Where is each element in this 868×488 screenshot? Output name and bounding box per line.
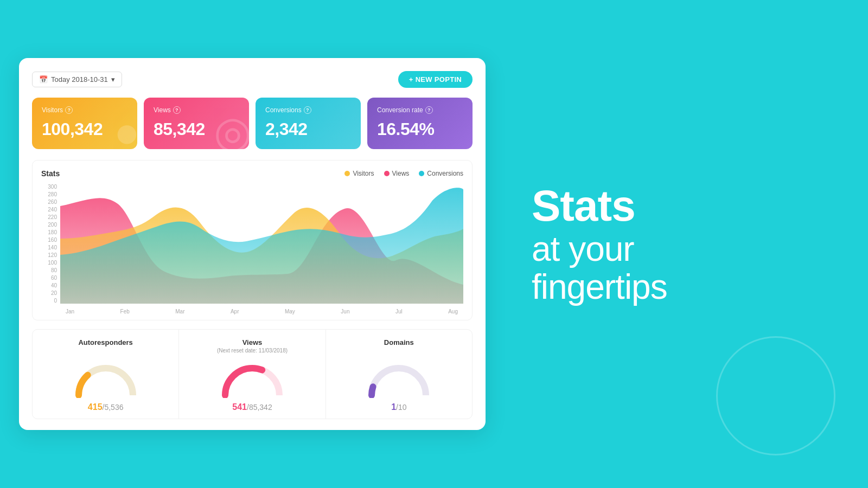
views-card: Views ? 85,342 <box>144 98 249 149</box>
views-label: Views ? <box>154 106 239 114</box>
visitors-value: 100,342 <box>42 119 127 139</box>
views-info-icon[interactable]: ? <box>173 106 181 114</box>
legend-visitors: Visitors <box>344 170 374 177</box>
chart-container: Stats Visitors Views Conversions <box>32 160 473 320</box>
stat-cards-row: Visitors ? 100,342 Views ? 85,342 Conver… <box>32 98 473 149</box>
autoresponders-title: Autoresponders <box>39 338 172 346</box>
autoresponders-value: 415/5,536 <box>39 402 172 412</box>
legend-views: Views <box>384 170 410 177</box>
views-gauge: Views (Next reset date: 11/03/2018) 541/… <box>179 330 326 419</box>
chart-svg <box>60 184 463 304</box>
conv-rate-label: Conversion rate ? <box>377 106 463 114</box>
views-value: 85,342 <box>154 119 239 139</box>
legend-dot-visitors <box>344 171 350 176</box>
domains-gauge-wrapper <box>333 360 465 398</box>
views-gauge-wrapper <box>186 360 318 398</box>
y-axis: 300 280 260 240 220 200 180 160 140 120 … <box>41 184 60 304</box>
conv-rate-value: 16.54% <box>377 119 463 139</box>
gauges-row: Autoresponders 415/5,536 Views (Next res… <box>32 329 473 419</box>
date-picker-button[interactable]: 📅 Today 2018-10-31 ▾ <box>32 72 122 87</box>
domains-value: 1/10 <box>333 402 465 412</box>
conversions-value: 2,342 <box>265 119 351 139</box>
chart-title: Stats <box>41 169 60 178</box>
autoresponders-subtitle <box>39 348 172 354</box>
calendar-icon: 📅 <box>39 75 48 84</box>
legend-dot-views <box>384 171 390 176</box>
hero-line2: at your <box>532 230 841 268</box>
header-row: 📅 Today 2018-10-31 ▾ + NEW POPTIN <box>32 71 473 88</box>
domains-current: 1 <box>391 402 396 412</box>
legend-label-conversions: Conversions <box>427 170 463 177</box>
conversions-area <box>60 188 463 304</box>
chart-legend: Visitors Views Conversions <box>344 170 463 177</box>
conversions-card: Conversions ? 2,342 <box>256 98 361 149</box>
conv-rate-card: Conversion rate ? 16.54% <box>367 98 473 149</box>
conversions-info-icon[interactable]: ? <box>304 106 311 114</box>
visitors-label: Visitors ? <box>42 106 127 114</box>
legend-label-visitors: Visitors <box>353 170 374 177</box>
chevron-down-icon: ▾ <box>111 75 115 84</box>
autoresponders-gauge-wrapper <box>39 360 172 398</box>
x-axis: Jan Feb Mar Apr May Jun Jul Aug <box>60 309 463 314</box>
right-panel: Stats at your fingertips <box>505 160 868 328</box>
legend-dot-conversions <box>419 171 424 176</box>
views-gauge-subtitle: (Next reset date: 11/03/2018) <box>186 348 318 354</box>
decorative-circle <box>716 336 835 455</box>
hero-line3: fingertips <box>532 268 841 306</box>
domains-subtitle <box>333 348 465 354</box>
visitors-info-icon[interactable]: ? <box>65 106 73 114</box>
new-poptin-button[interactable]: + NEW POPTIN <box>398 71 473 88</box>
dashboard-card: 📅 Today 2018-10-31 ▾ + NEW POPTIN Visito… <box>19 58 486 430</box>
conv-rate-info-icon[interactable]: ? <box>425 106 433 114</box>
hero-text: Stats at your fingertips <box>532 182 841 306</box>
hero-line1: Stats <box>532 182 841 230</box>
legend-conversions: Conversions <box>419 170 463 177</box>
autoresponders-gauge: Autoresponders 415/5,536 <box>33 330 179 419</box>
visitors-card: Visitors ? 100,342 <box>32 98 137 149</box>
chart-area: 300 280 260 240 220 200 180 160 140 120 … <box>41 184 463 314</box>
views-gauge-value: 541/85,342 <box>186 402 318 412</box>
views-gauge-title: Views <box>186 338 318 346</box>
date-label: Today 2018-10-31 <box>51 75 108 84</box>
legend-label-views: Views <box>392 170 410 177</box>
autoresponders-current: 415 <box>88 402 103 412</box>
domains-gauge: Domains 1/10 <box>326 330 472 419</box>
views-gauge-current: 541 <box>232 402 247 412</box>
conversions-label: Conversions ? <box>265 106 351 114</box>
domains-title: Domains <box>333 338 465 346</box>
chart-header: Stats Visitors Views Conversions <box>41 169 463 178</box>
